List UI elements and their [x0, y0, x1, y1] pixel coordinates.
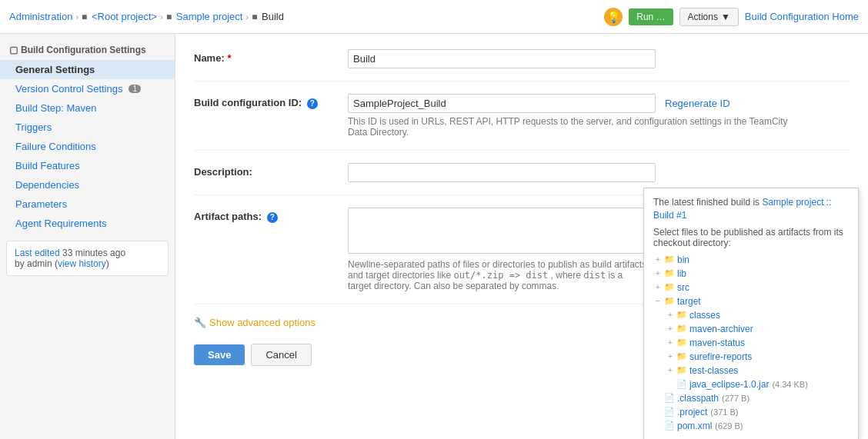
tree-item-maven-archiver-name[interactable]: maven-archiver [689, 324, 753, 334]
header-actions: 💡 Run … Actions ▼ Build Configuration Ho… [604, 8, 859, 26]
sidebar-item-build-features[interactable]: Build Features [0, 156, 175, 175]
tree-expand-pom [653, 421, 663, 430]
sidebar-item-build-step-maven[interactable]: Build Step: Maven [0, 98, 175, 118]
header: Administration › ■ <Root project> › ■ Sa… [0, 0, 868, 34]
tree-item-test-classes[interactable]: + 📁 test-classes [653, 364, 849, 377]
folder-icon-target: 📁 [664, 296, 675, 306]
tree-expand-classpath [653, 394, 663, 402]
tree-item-project-size: (371 B) [710, 407, 738, 417]
regenerate-id-link[interactable]: Regenerate ID [665, 98, 730, 109]
tree-item-bin[interactable]: + 📁 bin [653, 253, 849, 267]
tree-item-maven-status[interactable]: + 📁 maven-status [653, 336, 849, 350]
tree-item-jar-name[interactable]: java_eclipse-1.0.jar [689, 379, 769, 390]
tree-expand-surefire-reports[interactable]: + [666, 352, 675, 361]
tree-item-classes-name[interactable]: classes [689, 310, 720, 321]
breadcrumb-sample-project[interactable]: ■ Sample project [166, 11, 243, 22]
tree-item-src-name[interactable]: src [677, 282, 689, 293]
sidebar-section-header[interactable]: ▢ Build Configuration Settings [0, 40, 175, 60]
tree-expand-jar [666, 380, 675, 388]
breadcrumb-admin[interactable]: Administration [9, 11, 72, 22]
config-home-link[interactable]: Build Configuration Home [745, 11, 859, 22]
folder-icon-src: 📁 [664, 282, 675, 292]
tree-expand-src[interactable]: + [653, 283, 663, 291]
name-input[interactable] [348, 49, 656, 68]
view-history-link[interactable]: view history [58, 258, 106, 269]
sidebar-item-agent-requirements[interactable]: Agent Requirements [0, 214, 175, 233]
sidebar-item-failure-conditions[interactable]: Failure Conditions [0, 137, 175, 156]
main-layout: ▢ Build Configuration Settings General S… [0, 34, 868, 439]
build-config-id-input[interactable] [348, 94, 656, 113]
tree-item-jar[interactable]: 📄 java_eclipse-1.0.jar (4.34 KB) [653, 377, 849, 391]
name-label: Name: * [194, 49, 348, 64]
tree-item-project[interactable]: 📄 .project (371 B) [653, 405, 849, 419]
tree-item-target[interactable]: − 📁 target [653, 294, 849, 308]
name-field [348, 49, 850, 68]
artifact-hint: Newline-separated paths of files or dire… [348, 259, 648, 291]
tree-item-pom-size: (629 B) [715, 421, 743, 431]
breadcrumb-sep-1: › [160, 12, 163, 22]
tree-expand-classes[interactable]: + [666, 311, 675, 319]
actions-button[interactable]: Actions ▼ [679, 8, 739, 26]
description-input[interactable] [348, 163, 656, 182]
name-required-star: * [227, 52, 231, 64]
breadcrumb: Administration › ■ <Root project> › ■ Sa… [9, 11, 604, 22]
tree-item-src[interactable]: + 📁 src [653, 281, 849, 294]
artifact-popup: The latest finished build is Sample proj… [643, 188, 859, 439]
tree-item-test-classes-name[interactable]: test-classes [689, 365, 738, 376]
tree-expand-bin[interactable]: + [653, 255, 663, 264]
wrench-icon: 🔧 [194, 317, 206, 328]
id-row: Regenerate ID [348, 94, 850, 113]
tree-item-project-name[interactable]: .project [677, 407, 707, 417]
content: Name: * Build configuration ID: ? Regene… [175, 34, 868, 439]
run-button[interactable]: Run … [629, 8, 673, 25]
tree-expand-project [653, 407, 663, 416]
build-icon: ■ [252, 12, 257, 22]
tree-expand-maven-archiver[interactable]: + [666, 324, 675, 333]
build-config-id-help-icon[interactable]: ? [307, 98, 318, 109]
tree-item-surefire-reports-name[interactable]: surefire-reports [689, 351, 752, 362]
breadcrumb-root-project[interactable]: ■ <Root project> [82, 11, 157, 22]
tree-item-lib-name[interactable]: lib [677, 268, 686, 279]
build-config-id-row: Build configuration ID: ? Regenerate ID … [194, 94, 850, 151]
tree-item-classpath-name[interactable]: .classpath [677, 393, 719, 404]
folder-icon-test-classes: 📁 [676, 365, 687, 375]
popup-title: The latest finished build is Sample proj… [653, 196, 849, 222]
folder-icon-maven-status: 📁 [676, 338, 687, 348]
tree-expand-lib[interactable]: + [653, 269, 663, 278]
build-config-id-field: Regenerate ID This ID is used in URLs, R… [348, 94, 850, 138]
artifact-paths-label: Artifact paths: ? [194, 208, 348, 223]
breadcrumb-build: ■ Build [252, 11, 284, 22]
artifact-paths-help-icon[interactable]: ? [267, 212, 278, 223]
last-edited-label: Last edited [15, 248, 60, 258]
tree-item-classpath-size: (277 B) [722, 394, 749, 403]
sidebar-item-triggers[interactable]: Triggers [0, 118, 175, 137]
tree-item-target-name[interactable]: target [677, 296, 701, 307]
folder-icon-surefire-reports: 📁 [676, 351, 687, 361]
file-icon-pom: 📄 [664, 421, 675, 431]
tree-expand-maven-status[interactable]: + [666, 338, 675, 347]
tree-item-classpath[interactable]: 📄 .classpath (277 B) [653, 391, 849, 405]
artifact-paths-textarea[interactable] [348, 208, 656, 254]
tree-item-maven-archiver[interactable]: + 📁 maven-archiver [653, 322, 849, 336]
cancel-button[interactable]: Cancel [251, 344, 311, 366]
tree-item-maven-status-name[interactable]: maven-status [689, 338, 745, 348]
tree-item-classes[interactable]: + 📁 classes [653, 308, 849, 322]
folder-icon-bin: 📁 [664, 254, 675, 264]
vcs-settings-badge: 1 [129, 85, 141, 93]
build-config-id-label: Build configuration ID: ? [194, 94, 348, 109]
sidebar-item-vcs-settings[interactable]: Version Control Settings 1 [0, 79, 175, 98]
save-button[interactable]: Save [194, 344, 245, 365]
tree-expand-target[interactable]: − [653, 297, 663, 305]
tree-expand-test-classes[interactable]: + [666, 366, 675, 374]
tree-item-surefire-reports[interactable]: + 📁 surefire-reports [653, 350, 849, 364]
name-row: Name: * [194, 49, 850, 81]
tree-item-pom[interactable]: 📄 pom.xml (629 B) [653, 419, 849, 433]
sidebar-item-general-settings[interactable]: General Settings [0, 60, 175, 79]
sidebar-item-dependencies[interactable]: Dependencies [0, 175, 175, 195]
sidebar-item-parameters[interactable]: Parameters [0, 195, 175, 214]
tree-item-lib[interactable]: + 📁 lib [653, 267, 849, 281]
tree-item-pom-name[interactable]: pom.xml [677, 421, 712, 431]
sidebar-section-checkbox-icon: ▢ [9, 45, 18, 55]
last-edited-time: 33 minutes ago [62, 248, 125, 258]
tree-item-bin-name[interactable]: bin [677, 254, 689, 265]
